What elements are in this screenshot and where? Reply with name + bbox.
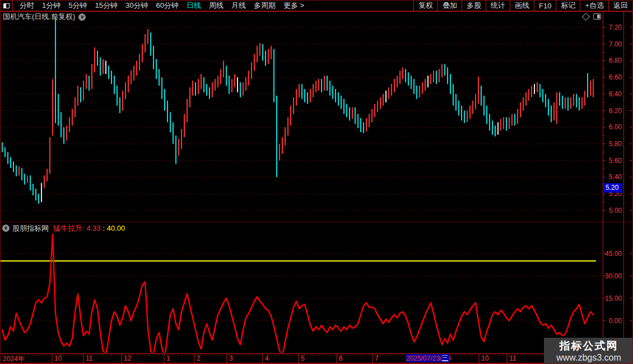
indicator-name-value: 猛牛拉升: 4.33 — [53, 223, 101, 234]
indicator-axis-label: 30.00 — [602, 272, 622, 280]
window-split-icon — [3, 3, 10, 8]
period-tab[interactable]: 1分钟 — [42, 1, 60, 11]
toolbar-button[interactable]: 统计 — [486, 1, 510, 11]
period-tab[interactable]: 60分钟 — [156, 1, 178, 11]
indicator-axis-label: 0.00 — [602, 317, 622, 325]
month-label: 11 — [509, 354, 516, 362]
period-tabs: 分时1分钟5分钟15分钟30分钟60分钟日线周线月线多周期更多 > — [13, 1, 308, 11]
panel-window-icon[interactable] — [593, 13, 601, 20]
toolbar-button[interactable]: 画线 — [510, 1, 534, 11]
price-axis-label: 7.20 — [605, 24, 622, 31]
chevron-down-icon[interactable]: ∨ — [78, 13, 86, 21]
indicator-region[interactable] — [1, 222, 602, 353]
diamond-icon[interactable] — [582, 12, 590, 20]
price-axis-label: 6.40 — [605, 90, 622, 98]
trading-app-window: { "toolbar": { "periods": ["分时","1分钟","5… — [0, 0, 633, 364]
price-axis-label: 5.60 — [605, 157, 622, 165]
price-axis-label: 6.20 — [605, 107, 622, 115]
toolbar-right-buttons: 复权叠加多股统计画线F10标记+自选返回 — [413, 1, 632, 11]
layout-toggle-button[interactable] — [1, 1, 13, 11]
indicator-threshold-value: : 40.00 — [103, 224, 125, 232]
watermark-url: www.zbgs3.com — [556, 352, 621, 363]
price-axis-label: 7.00 — [605, 40, 622, 48]
price-axis-label: 5.00 — [605, 207, 622, 214]
price-axis-label: 6.00 — [605, 123, 622, 131]
price-axis-label: 5.40 — [605, 173, 622, 181]
page-title: 国机汽车(日线.前复权) — [3, 12, 75, 22]
period-tab[interactable]: 分时 — [20, 1, 34, 11]
period-tab[interactable]: 30分钟 — [125, 1, 148, 11]
date-badge-text: 2025/07/23/ — [406, 354, 441, 362]
price-marker-badge: 5.20 — [604, 183, 622, 193]
month-label: 7 — [375, 354, 379, 362]
toolbar-button[interactable]: F10 — [534, 1, 556, 11]
toolbar-button[interactable]: 叠加 — [437, 1, 462, 11]
indicator-header: ∨ 股朋指标网 猛牛拉升: 4.33 : 40.00 — [2, 224, 125, 232]
indicator-source-label: 股朋指标网 — [12, 223, 49, 234]
period-tab[interactable]: 月线 — [231, 1, 246, 11]
month-label: 5 — [301, 354, 305, 362]
date-badge-weekday: 三 — [441, 353, 448, 363]
month-label: 10 — [481, 354, 488, 362]
indicator-axis-label: 45.00 — [602, 250, 622, 258]
toolbar-button[interactable]: 返回 — [608, 1, 632, 11]
selected-date-badge: 2025/07/23/ 三 — [405, 354, 449, 362]
price-axis-label: 6.80 — [605, 57, 622, 64]
toolbar-button[interactable]: 多股 — [462, 1, 486, 11]
period-tab[interactable]: 15分钟 — [95, 1, 117, 11]
month-label: 3 — [229, 354, 233, 362]
month-label: 12 — [124, 354, 131, 362]
period-tab[interactable]: 多周期 — [254, 1, 276, 11]
month-label: 1 — [166, 354, 170, 362]
indicator-axis-label: 15.00 — [602, 295, 622, 302]
month-label: 11 — [86, 354, 92, 362]
chart-title-bar: 国机汽车(日线.前复权) ∨ — [3, 12, 86, 21]
period-tab[interactable]: 更多 > — [283, 1, 304, 11]
title-row-icons — [583, 13, 601, 20]
watermark-box: 指标公式网 www.zbgs3.com — [544, 338, 633, 364]
month-label: 4 — [265, 354, 269, 362]
watermark-title: 指标公式网 — [560, 340, 618, 352]
top-toolbar: 分时1分钟5分钟15分钟30分钟60分钟日线周线月线多周期更多 > 复权叠加多股… — [1, 1, 632, 11]
month-label: 10 — [54, 354, 62, 362]
period-tab[interactable]: 5分钟 — [68, 1, 87, 11]
toolbar-button[interactable]: +自选 — [580, 1, 608, 11]
period-tab[interactable]: 日线 — [187, 1, 201, 11]
month-label: 6 — [339, 354, 343, 362]
toolbar-button[interactable]: 标记 — [556, 1, 580, 11]
price-axis-label: 6.60 — [605, 73, 622, 81]
price-axis-label: 5.80 — [605, 140, 622, 148]
year-label: 2024年 — [3, 354, 25, 364]
period-tab[interactable]: 周线 — [209, 1, 224, 11]
month-label: 2 — [197, 354, 201, 362]
main-chart-region[interactable] — [1, 12, 602, 221]
toolbar-button[interactable]: 复权 — [413, 1, 437, 11]
chevron-down-icon[interactable]: ∨ — [2, 225, 10, 232]
